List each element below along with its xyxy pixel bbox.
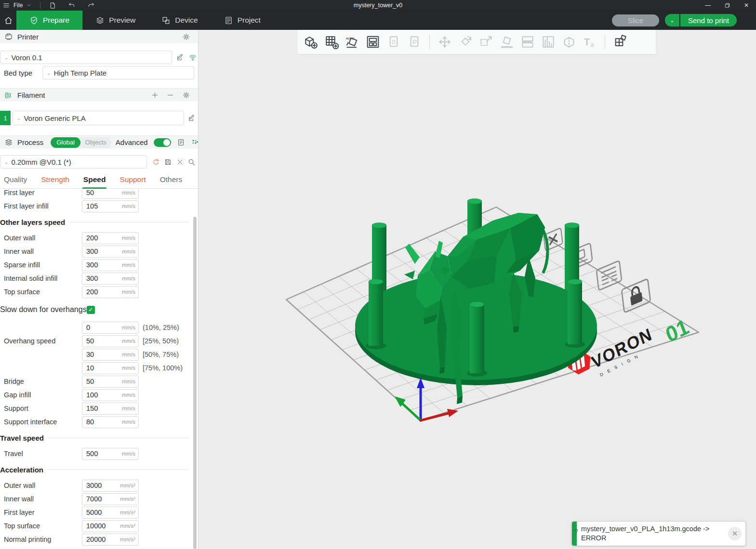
menu-icon[interactable]	[3, 2, 10, 9]
toast-message: mystery_tower_v0_PLA_1h13m.gcode ->	[581, 524, 709, 534]
remove-filament-icon[interactable]	[167, 92, 174, 99]
setting-row-top-surface: Top surface200mm/s	[0, 285, 191, 299]
process-tab-speed[interactable]: Speed	[83, 172, 106, 187]
toast-close-icon[interactable]: ✕	[728, 527, 742, 540]
side-panel: Printer ⌄Voron 0.1 Bed type ⌄High Temp P…	[0, 30, 199, 549]
arrange-plate-icon[interactable]	[597, 261, 622, 290]
parameter-table-icon[interactable]	[191, 138, 199, 146]
wifi-icon[interactable]	[188, 53, 197, 62]
setting-input-overhang[interactable]: 30mm/s	[82, 349, 139, 361]
close-button[interactable]: ✕	[737, 0, 756, 11]
setting-input-outer-wall[interactable]: 200mm/s	[82, 232, 139, 244]
process-tab-others[interactable]: Others	[160, 172, 183, 187]
edit-filament-icon[interactable]	[187, 114, 196, 122]
move-icon	[437, 34, 452, 50]
process-preset-select[interactable]: ⌄0.20mm @V0.1 (*)	[0, 155, 147, 169]
scope-global[interactable]: Global	[51, 137, 80, 148]
setting-input-travel[interactable]: 500mm/s	[82, 448, 139, 460]
setting-input-overhang[interactable]: 0mm/s	[82, 322, 139, 334]
setting-input-bridge[interactable]: 50mm/s	[82, 376, 139, 388]
filament-select[interactable]: ⌄Voron Generic PLA	[13, 111, 184, 125]
setting-row-slow-down-for-overhangs: Slow down for overhangs✓	[0, 299, 191, 321]
tab-device[interactable]: Device	[148, 11, 211, 30]
auto-orient-icon[interactable]: AUTO	[345, 34, 360, 50]
add-plate-icon[interactable]	[324, 34, 339, 50]
add-filament-icon[interactable]	[151, 92, 159, 99]
setting-input-inner-wall[interactable]: 7000mm/s²	[82, 493, 139, 505]
setting-input-overhang-speed[interactable]: 50mm/s	[82, 335, 139, 347]
setting-input-outer-wall[interactable]: 3000mm/s²	[82, 480, 139, 492]
setting-label-slow-down-for-overhangs: Slow down for overhangs	[0, 305, 87, 314]
window-title: mystery_tower_v0	[0, 2, 756, 9]
tab-preview[interactable]: Preview	[82, 11, 148, 30]
checkbox-slow-down-for-overhangs[interactable]: ✓	[87, 306, 95, 314]
setting-input-top-surface[interactable]: 10000mm/s²	[82, 520, 139, 532]
chevron-down-icon[interactable]	[27, 3, 31, 8]
setting-input-inner-wall[interactable]: 300mm/s	[82, 246, 139, 258]
bed-type-select[interactable]: ⌄High Temp Plate	[42, 66, 194, 79]
setting-input-internal-solid-infill[interactable]: 300mm/s	[82, 273, 139, 285]
process-tab-support[interactable]: Support	[119, 172, 146, 187]
scene-canvas[interactable]: VORON D E S I G N 01	[198, 30, 756, 549]
send-options-button[interactable]: ⌄	[665, 14, 679, 26]
printer-section-header: Printer	[0, 30, 198, 43]
process-tab-strength[interactable]: Strength	[41, 172, 69, 187]
setting-input-support-interface[interactable]: 80mm/s	[82, 416, 139, 428]
advanced-toggle[interactable]	[154, 138, 171, 147]
add-object-icon[interactable]	[303, 34, 318, 50]
setting-input-sparse-infill[interactable]: 300mm/s	[82, 259, 139, 271]
home-button[interactable]	[0, 11, 16, 30]
edit-printer-icon[interactable]	[176, 53, 184, 62]
project-icon	[224, 16, 233, 25]
setting-input-gap-infill[interactable]: 100mm/s	[82, 389, 139, 401]
setting-input-normal-printing[interactable]: 20000mm/s²	[82, 534, 139, 546]
slice-button[interactable]: Slice	[612, 14, 659, 26]
toolbar-separator	[429, 35, 430, 49]
setting-row-internal-solid-infill: Internal solid infill300mm/s	[0, 272, 191, 285]
setting-row-support: Support150mm/s	[0, 402, 191, 415]
lock-icon[interactable]	[622, 279, 650, 313]
svg-text:a: a	[590, 41, 594, 48]
setting-input-first-layer[interactable]: 5000mm/s²	[82, 507, 139, 519]
settings-list: First layer50mm/sFirst layer infill105mm…	[0, 189, 191, 549]
process-scope-toggle[interactable]: Global Objects	[51, 137, 111, 148]
setting-input-first-layer-infill[interactable]: 105mm/s	[82, 200, 139, 212]
file-menu[interactable]: File	[13, 2, 23, 9]
delete-preset-icon[interactable]	[176, 158, 184, 166]
send-to-print-button[interactable]: Send to print	[680, 14, 737, 26]
process-tab-quality[interactable]: Quality	[4, 172, 27, 187]
setting-row-outer-wall: Outer wall200mm/s	[0, 231, 191, 245]
setting-row-top-surface: Top surface10000mm/s²	[0, 519, 191, 533]
setting-row-normal-printing: Normal printing20000mm/s²	[0, 533, 191, 546]
cow-horn-left	[405, 244, 420, 264]
scope-objects[interactable]: Objects	[80, 139, 111, 146]
setting-input-overhang[interactable]: 10mm/s	[82, 362, 139, 374]
assembly-icon[interactable]	[612, 34, 628, 50]
printer-select[interactable]: ⌄Voron 0.1	[0, 51, 172, 64]
minimize-button[interactable]: —	[698, 0, 717, 11]
filament-slot-badge[interactable]: 1	[0, 111, 11, 125]
redo-icon[interactable]	[87, 1, 95, 9]
preset-list-icon[interactable]	[177, 138, 185, 146]
tab-prepare[interactable]: Prepare	[16, 11, 82, 30]
setting-input-first-layer[interactable]: 50mm/s	[82, 189, 139, 199]
arrange-icon[interactable]	[365, 34, 381, 50]
tab-project[interactable]: Project	[211, 11, 274, 30]
svg-text:P: P	[412, 39, 417, 46]
reset-preset-icon[interactable]	[152, 158, 160, 166]
viewport-3d[interactable]: VORON D E S I G N 01	[198, 30, 756, 549]
save-preset-icon[interactable]	[164, 158, 172, 166]
setting-input-top-surface[interactable]: 200mm/s	[82, 286, 139, 298]
setting-row-overhang: 10mm/s[75%, 100%)	[0, 361, 191, 375]
setting-row-outer-wall: Outer wall3000mm/s²	[0, 479, 191, 492]
search-settings-icon[interactable]	[187, 158, 196, 166]
new-file-icon[interactable]	[49, 2, 56, 9]
process-tabs: QualityStrengthSpeedSupportOthers	[0, 172, 198, 189]
setting-input-support[interactable]: 150mm/s	[82, 403, 139, 415]
undo-icon[interactable]	[68, 1, 76, 9]
settings-scrollbar[interactable]	[193, 217, 197, 549]
filament-settings-gear-icon[interactable]	[182, 91, 190, 99]
printer-settings-gear-icon[interactable]	[182, 33, 190, 41]
maximize-button[interactable]	[717, 0, 737, 11]
cut-icon	[561, 34, 577, 50]
